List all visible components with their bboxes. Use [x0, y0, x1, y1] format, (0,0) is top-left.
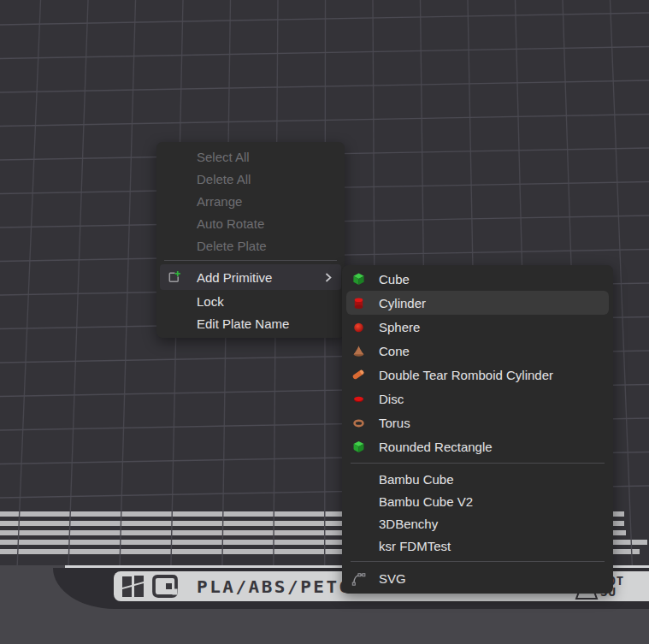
plate-type-logo — [152, 575, 178, 598]
submenu-item-3dbenchy[interactable]: 3DBenchy — [342, 512, 613, 535]
submenu-item-bambu-cube-v2[interactable]: Bambu Cube V2 — [342, 490, 613, 512]
add-primitive-icon — [167, 270, 181, 285]
cube-icon — [351, 272, 366, 287]
menu-item-delete-plate[interactable]: Delete Plate — [156, 234, 345, 257]
submenu-item-disc[interactable]: Disc — [342, 387, 613, 411]
submenu-item-double-tear-romboid-cylinder[interactable]: Double Tear Romboid Cylinder — [342, 363, 613, 387]
menu-separator — [351, 561, 605, 562]
cylinder-icon — [351, 296, 366, 310]
bambu-lab-logo — [121, 575, 145, 598]
slicer-viewport: PLA/ABS/PETG HOT SU Select All Delete Al… — [0, 0, 649, 644]
menu-item-arrange[interactable]: Arrange — [156, 190, 345, 212]
menu-item-auto-rotate[interactable]: Auto Rotate — [156, 212, 345, 234]
torus-icon — [351, 416, 366, 430]
submenu-item-bambu-cube[interactable]: Bambu Cube — [342, 468, 613, 490]
sphere-icon — [351, 320, 366, 334]
menu-item-add-primitive[interactable]: Add Primitive — [160, 264, 341, 290]
menu-item-lock[interactable]: Lock — [156, 290, 345, 312]
bezier-curve-icon — [351, 570, 366, 587]
menu-separator — [351, 463, 605, 464]
submenu-item-cube[interactable]: Cube — [342, 267, 613, 291]
disc-icon — [351, 392, 366, 406]
menu-item-select-all[interactable]: Select All — [156, 145, 345, 168]
plate-context-menu: Select All Delete All Arrange Auto Rotat… — [156, 142, 345, 338]
menu-item-edit-plate-name[interactable]: Edit Plate Name — [156, 312, 345, 334]
submenu-item-rounded-rectangle[interactable]: Rounded Rectangle — [342, 434, 613, 458]
cone-icon — [351, 344, 366, 358]
submenu-item-sphere[interactable]: Sphere — [342, 315, 613, 339]
submenu-item-svg[interactable]: SVG — [342, 566, 613, 590]
double-tear-romboid-cylinder-icon — [351, 367, 366, 382]
submenu-item-cone[interactable]: Cone — [342, 339, 613, 363]
submenu-item-torus[interactable]: Torus — [342, 411, 613, 434]
submenu-item-cylinder[interactable]: Cylinder — [346, 291, 609, 315]
rounded-rectangle-icon — [351, 440, 366, 454]
add-primitive-submenu: Cube Cylinder Sphere — [342, 265, 613, 594]
menu-separator — [164, 260, 337, 261]
submenu-item-ksr-fdmtest[interactable]: ksr FDMTest — [342, 535, 613, 557]
plate-material-label: PLA/ABS/PETG — [197, 576, 352, 596]
submenu-arrow-icon — [324, 271, 333, 284]
menu-item-delete-all[interactable]: Delete All — [156, 168, 345, 190]
